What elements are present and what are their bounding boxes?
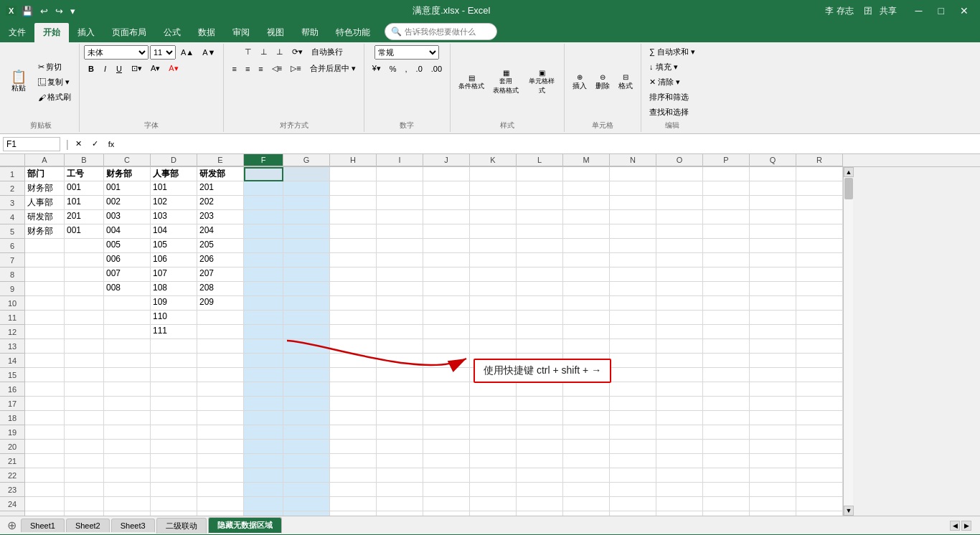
cell-p3[interactable] xyxy=(703,196,750,210)
cell-g7[interactable] xyxy=(283,253,330,268)
cell-b10[interactable] xyxy=(65,296,104,311)
cell-g18[interactable] xyxy=(283,411,330,425)
insert-button[interactable]: ⊕ 插入 xyxy=(569,71,590,93)
cell-d20[interactable] xyxy=(151,440,197,454)
cell-j6[interactable] xyxy=(423,239,470,253)
col-header-b[interactable]: B xyxy=(65,154,104,166)
cell-p17[interactable] xyxy=(703,397,750,411)
cell-k2[interactable] xyxy=(470,181,517,196)
cell-r17[interactable] xyxy=(796,397,843,411)
cell-a5[interactable]: 财务部 xyxy=(25,224,65,239)
cell-o9[interactable] xyxy=(656,282,703,296)
row-header-6[interactable]: 6 xyxy=(0,239,25,253)
cell-h1[interactable] xyxy=(330,167,377,181)
cell-d16[interactable] xyxy=(151,382,197,397)
cell-e9[interactable]: 208 xyxy=(197,282,244,296)
cell-r24[interactable] xyxy=(796,497,843,511)
cell-m14[interactable] xyxy=(563,354,610,368)
cell-j23[interactable] xyxy=(423,483,470,497)
row-header-7[interactable]: 7 xyxy=(0,253,25,268)
cell-j18[interactable] xyxy=(423,411,470,425)
cell-a18[interactable] xyxy=(25,411,65,425)
cell-l6[interactable] xyxy=(517,239,563,253)
cell-i14[interactable] xyxy=(377,354,423,368)
undo-button[interactable]: ↩ xyxy=(38,5,50,17)
cell-g16[interactable] xyxy=(283,382,330,397)
cell-g13[interactable] xyxy=(283,339,330,354)
cell-n17[interactable] xyxy=(610,397,656,411)
cell-d21[interactable] xyxy=(151,454,197,468)
cell-p6[interactable] xyxy=(703,239,750,253)
cell-q13[interactable] xyxy=(750,339,796,354)
cell-h19[interactable] xyxy=(330,425,377,440)
sheet-tab-sheet3[interactable]: Sheet3 xyxy=(111,519,155,532)
cell-m4[interactable] xyxy=(563,210,610,224)
cell-f18[interactable] xyxy=(244,411,283,425)
cell-o2[interactable] xyxy=(656,181,703,196)
cell-o3[interactable] xyxy=(656,196,703,210)
search-input[interactable] xyxy=(405,27,491,36)
cell-h8[interactable] xyxy=(330,268,377,282)
cell-c13[interactable] xyxy=(104,339,151,354)
cell-n5[interactable] xyxy=(610,224,656,239)
cell-r15[interactable] xyxy=(796,368,843,382)
cell-d19[interactable] xyxy=(151,425,197,440)
cell-p21[interactable] xyxy=(703,454,750,468)
row-header-11[interactable]: 11 xyxy=(0,311,25,325)
cell-h12[interactable] xyxy=(330,325,377,339)
cell-a12[interactable] xyxy=(25,325,65,339)
cell-p23[interactable] xyxy=(703,483,750,497)
cell-j21[interactable] xyxy=(423,454,470,468)
cell-a14[interactable] xyxy=(25,354,65,368)
scroll-thumb[interactable] xyxy=(844,178,853,199)
cell-j1[interactable] xyxy=(423,167,470,181)
cell-i13[interactable] xyxy=(377,339,423,354)
cell-m11[interactable] xyxy=(563,311,610,325)
cell-e8[interactable]: 207 xyxy=(197,268,244,282)
cell-k14[interactable] xyxy=(470,354,517,368)
cell-m20[interactable] xyxy=(563,440,610,454)
cell-h25[interactable] xyxy=(330,511,377,516)
cell-m18[interactable] xyxy=(563,411,610,425)
row-header-13[interactable]: 13 xyxy=(0,339,25,354)
cell-m12[interactable] xyxy=(563,325,610,339)
cell-l1[interactable] xyxy=(517,167,563,181)
cell-r5[interactable] xyxy=(796,224,843,239)
cell-j9[interactable] xyxy=(423,282,470,296)
cell-i4[interactable] xyxy=(377,210,423,224)
name-box[interactable] xyxy=(3,137,60,151)
cell-m17[interactable] xyxy=(563,397,610,411)
cell-d24[interactable] xyxy=(151,497,197,511)
cell-r19[interactable] xyxy=(796,425,843,440)
cell-l3[interactable] xyxy=(517,196,563,210)
scroll-track[interactable] xyxy=(844,177,853,506)
cell-h18[interactable] xyxy=(330,411,377,425)
cell-j3[interactable] xyxy=(423,196,470,210)
cell-n8[interactable] xyxy=(610,268,656,282)
hscroll-left-button[interactable]: ◀ xyxy=(950,521,960,531)
row-header-4[interactable]: 4 xyxy=(0,210,25,224)
cell-l8[interactable] xyxy=(517,268,563,282)
cell-k5[interactable] xyxy=(470,224,517,239)
cell-h15[interactable] xyxy=(330,368,377,382)
cell-n16[interactable] xyxy=(610,382,656,397)
cell-i6[interactable] xyxy=(377,239,423,253)
cancel-formula-button[interactable]: ✕ xyxy=(72,138,85,150)
cell-a19[interactable] xyxy=(25,425,65,440)
cell-p16[interactable] xyxy=(703,382,750,397)
cell-b12[interactable] xyxy=(65,325,104,339)
cell-l15[interactable] xyxy=(517,368,563,382)
row-header-25[interactable]: 25 xyxy=(0,511,25,516)
cell-k7[interactable] xyxy=(470,253,517,268)
cell-m22[interactable] xyxy=(563,468,610,483)
cell-f5[interactable] xyxy=(244,224,283,239)
row-header-15[interactable]: 15 xyxy=(0,368,25,382)
cell-n7[interactable] xyxy=(610,253,656,268)
cell-f11[interactable] xyxy=(244,311,283,325)
cell-n10[interactable] xyxy=(610,296,656,311)
cell-m6[interactable] xyxy=(563,239,610,253)
cell-q1[interactable] xyxy=(750,167,796,181)
cell-b17[interactable] xyxy=(65,397,104,411)
cell-c19[interactable] xyxy=(104,425,151,440)
cell-f3[interactable] xyxy=(244,196,283,210)
